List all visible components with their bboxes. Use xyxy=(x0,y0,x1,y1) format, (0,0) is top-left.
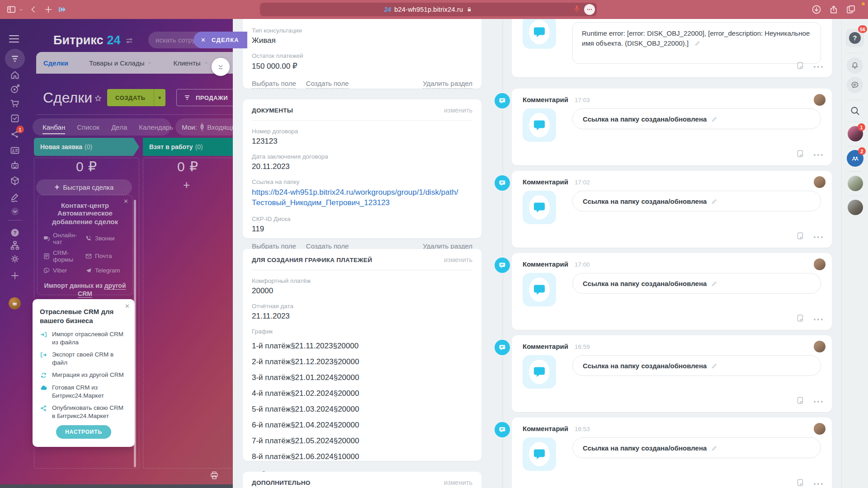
memo-icon[interactable] xyxy=(796,396,805,405)
edit-pencil-icon[interactable] xyxy=(711,445,718,451)
edit-section-link[interactable]: изменить xyxy=(444,107,472,114)
create-dropdown-icon[interactable]: ▼ xyxy=(154,89,165,106)
close-icon[interactable]: ✕ xyxy=(125,303,130,310)
comment-message[interactable]: Ссылка на папку создана/обновлена xyxy=(572,273,821,294)
microphone-icon[interactable] xyxy=(572,4,581,13)
view-kanban[interactable]: Канбан xyxy=(42,123,65,131)
field-value[interactable]: 20.11.2023 xyxy=(252,162,472,171)
tab-deals[interactable]: Сделки xyxy=(43,59,68,67)
promo-item[interactable]: Экспорт своей CRM в файл xyxy=(40,351,127,366)
upgrade-crown-icon[interactable] xyxy=(9,297,21,310)
sidebar-item-sign-icon[interactable] xyxy=(9,192,20,203)
edit-section-link[interactable]: изменить xyxy=(444,479,472,486)
edit-section-link[interactable]: изменить xyxy=(444,256,472,263)
browser-new-tab-icon[interactable] xyxy=(43,5,53,14)
comment-message[interactable]: Ссылка на папку создана/обновлена xyxy=(572,191,821,211)
sidebar-item-more-icon[interactable] xyxy=(9,206,20,217)
downloads-icon[interactable] xyxy=(811,4,822,15)
author-avatar[interactable] xyxy=(814,94,826,106)
view-list[interactable]: Список xyxy=(77,123,99,131)
memo-icon[interactable] xyxy=(796,61,805,70)
comment-message[interactable]: Ссылка на папку создана/обновлена xyxy=(572,108,821,129)
edit-pencil-icon[interactable] xyxy=(694,40,701,47)
browser-sidebar-icon[interactable] xyxy=(6,5,16,14)
author-avatar[interactable] xyxy=(814,258,826,270)
sidebar-item-tasks-icon[interactable] xyxy=(9,113,20,124)
favorite-star-icon[interactable] xyxy=(94,94,103,103)
view-calendar[interactable]: Календарь xyxy=(139,123,173,131)
channel-item[interactable]: Почта xyxy=(85,249,127,263)
avatar[interactable] xyxy=(848,200,863,215)
kanban-column-header-new[interactable]: Новая заявка (0) xyxy=(34,138,139,156)
bitrix-logo[interactable]: Битрикс24 xyxy=(53,33,133,47)
tab-overview-icon[interactable] xyxy=(845,4,856,15)
memo-icon[interactable] xyxy=(796,314,805,323)
more-actions-icon[interactable] xyxy=(812,61,823,70)
channel-item[interactable]: Онлайн-чат xyxy=(43,232,85,245)
view-activities[interactable]: Дела xyxy=(111,123,127,131)
counter-filter-chip[interactable]: Мои: 0 Входящие xyxy=(175,118,233,136)
channel-item[interactable]: Telegram xyxy=(85,267,127,274)
field-value[interactable]: Живая xyxy=(252,36,472,45)
configure-button[interactable]: НАСТРОИТЬ xyxy=(56,425,111,439)
collapse-panel-button[interactable] xyxy=(212,58,230,76)
sidebar-item-contacts-icon[interactable] xyxy=(9,145,20,156)
author-avatar[interactable] xyxy=(814,176,826,188)
more-actions-icon[interactable] xyxy=(812,232,823,240)
close-slider-icon[interactable]: ✕ xyxy=(201,37,206,43)
comment-message[interactable]: Runtime error: [error: DISK_OBJ_22000], … xyxy=(572,22,821,64)
promo-item[interactable]: Готовая CRM из Битрикс24.Маркет xyxy=(40,384,127,399)
memo-icon[interactable] xyxy=(796,149,805,158)
field-value[interactable]: 150 000.00 ₽ xyxy=(252,61,472,71)
create-deal-button[interactable]: СОЗДАТЬ ▼ xyxy=(107,89,165,106)
notifications-button[interactable] xyxy=(847,57,863,74)
tab-products[interactable]: Товары и Склады xyxy=(89,59,153,67)
browser-extension-icon[interactable] xyxy=(57,5,67,14)
comment-message[interactable]: Ссылка на папку создана/обновлена xyxy=(572,355,821,376)
messenger-button[interactable] xyxy=(847,77,863,93)
channel-item[interactable]: CRM-формы xyxy=(43,249,85,263)
field-value[interactable]: 20000 xyxy=(252,286,472,296)
author-avatar[interactable] xyxy=(814,341,826,352)
select-field-link[interactable]: Выбрать поле xyxy=(252,80,296,89)
channel-item[interactable]: Звонки xyxy=(85,232,127,245)
promo-item[interactable]: Импорт отраслевой CRM из файла xyxy=(40,330,127,346)
promo-item[interactable]: Миграция из другой CRM xyxy=(40,371,127,379)
more-actions-icon[interactable] xyxy=(812,479,823,487)
address-bar[interactable]: 24 b24-wh951p.bitrix24.ru xyxy=(260,3,597,16)
more-actions-icon[interactable] xyxy=(812,150,823,158)
folder-link[interactable]: https://b24-wh951p.bitrix24.ru/workgroup… xyxy=(252,188,472,208)
field-value[interactable]: 119 xyxy=(252,225,472,234)
browser-sidebar-chevron-icon[interactable] xyxy=(18,7,24,13)
memo-icon[interactable] xyxy=(796,231,805,240)
sidebar-item-market-icon[interactable] xyxy=(9,70,20,80)
more-actions-icon[interactable] xyxy=(812,314,823,322)
logo-settings-icon[interactable] xyxy=(125,37,133,45)
edit-pencil-icon[interactable] xyxy=(711,198,718,205)
kanban-column-header-inwork[interactable]: Взят в работу (0) xyxy=(143,138,233,156)
memo-icon[interactable] xyxy=(796,478,805,487)
sidebar-item-target-icon[interactable] xyxy=(9,84,20,94)
sidebar-item-add-icon[interactable] xyxy=(9,270,20,281)
sidebar-item-automation-icon[interactable] xyxy=(9,160,20,171)
address-more-icon[interactable] xyxy=(584,4,595,15)
printer-icon[interactable] xyxy=(209,470,220,481)
edit-pencil-icon[interactable] xyxy=(711,362,718,369)
sidebar-item-shop-icon[interactable] xyxy=(9,98,20,109)
edit-pencil-icon[interactable] xyxy=(711,280,718,287)
sidebar-item-storage-icon[interactable] xyxy=(9,175,20,186)
sidebar-item-help-icon[interactable] xyxy=(9,227,20,238)
comment-message[interactable]: Ссылка на папку создана/обновлена xyxy=(572,437,821,458)
sidebar-item-crm[interactable] xyxy=(5,49,25,69)
edit-pencil-icon[interactable] xyxy=(711,116,718,122)
channel-item[interactable]: Viber xyxy=(43,267,85,274)
sidebar-item-settings-icon[interactable] xyxy=(9,253,20,264)
share-icon[interactable] xyxy=(828,4,839,15)
field-value[interactable]: 123123 xyxy=(252,137,472,146)
search-icon[interactable] xyxy=(849,105,861,117)
field-value[interactable]: 21.11.2023 xyxy=(252,312,472,321)
create-field-link[interactable]: Создать поле xyxy=(306,80,349,89)
browser-back-icon[interactable] xyxy=(29,5,38,14)
tab-clients[interactable]: Клиенты xyxy=(173,59,208,67)
quick-deal-button[interactable]: + Быстрая сделка xyxy=(36,179,132,195)
